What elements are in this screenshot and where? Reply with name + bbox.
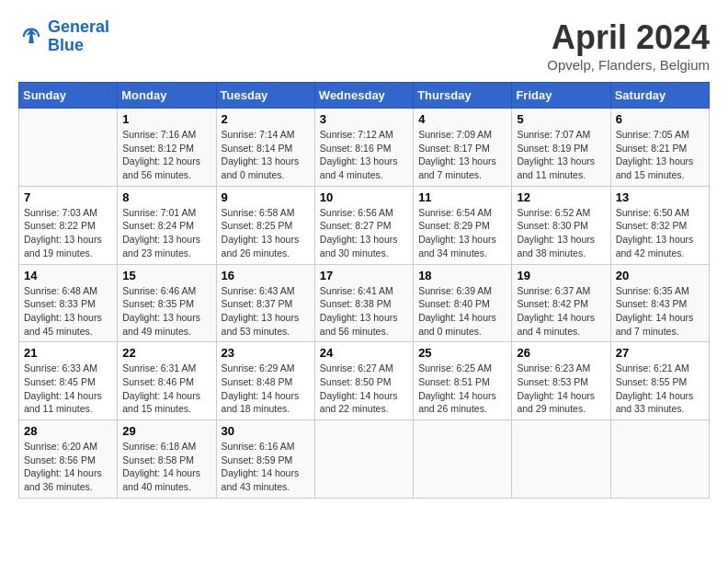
day-detail: Sunrise: 6:23 AMSunset: 8:53 PMDaylight:… — [517, 362, 605, 416]
calendar-cell: 11Sunrise: 6:54 AMSunset: 8:29 PMDayligh… — [414, 186, 512, 264]
calendar-cell — [512, 420, 610, 499]
day-detail: Sunrise: 6:27 AMSunset: 8:50 PMDaylight:… — [320, 362, 408, 416]
day-detail: Sunrise: 6:18 AMSunset: 8:58 PMDaylight:… — [122, 440, 210, 494]
calendar-cell: 8Sunrise: 7:01 AMSunset: 8:24 PMDaylight… — [118, 186, 216, 264]
day-detail: Sunrise: 7:07 AMSunset: 8:19 PMDaylight:… — [517, 128, 605, 182]
day-detail: Sunrise: 7:03 AMSunset: 8:22 PMDaylight:… — [24, 206, 112, 260]
calendar-cell: 7Sunrise: 7:03 AMSunset: 8:22 PMDaylight… — [19, 186, 118, 264]
calendar-cell: 2Sunrise: 7:14 AMSunset: 8:14 PMDaylight… — [216, 109, 314, 187]
calendar-cell: 6Sunrise: 7:05 AMSunset: 8:21 PMDaylight… — [610, 109, 709, 187]
calendar-cell: 19Sunrise: 6:37 AMSunset: 8:42 PMDayligh… — [512, 264, 610, 342]
calendar-cell: 14Sunrise: 6:48 AMSunset: 8:33 PMDayligh… — [19, 264, 118, 342]
day-detail: Sunrise: 6:52 AMSunset: 8:30 PMDaylight:… — [517, 206, 605, 260]
weekday-header: Saturday — [610, 83, 709, 109]
day-number: 6 — [616, 112, 704, 126]
weekday-header: Wednesday — [314, 83, 413, 109]
day-number: 15 — [122, 269, 210, 282]
logo-line1: General — [48, 17, 109, 36]
day-detail: Sunrise: 6:50 AMSunset: 8:32 PMDaylight:… — [616, 206, 704, 260]
day-detail: Sunrise: 6:25 AMSunset: 8:51 PMDaylight:… — [418, 362, 506, 416]
day-number: 19 — [517, 269, 605, 282]
day-number: 1 — [122, 112, 210, 126]
calendar-cell: 17Sunrise: 6:41 AMSunset: 8:38 PMDayligh… — [314, 264, 413, 342]
calendar-cell: 25Sunrise: 6:25 AMSunset: 8:51 PMDayligh… — [414, 342, 512, 420]
day-number: 12 — [517, 190, 605, 204]
day-number: 20 — [616, 269, 704, 282]
day-detail: Sunrise: 7:14 AMSunset: 8:14 PMDaylight:… — [222, 128, 310, 182]
day-number: 29 — [122, 424, 210, 438]
day-number: 13 — [616, 190, 704, 204]
logo-icon — [18, 24, 44, 50]
day-number: 23 — [222, 346, 310, 360]
calendar-week-row: 14Sunrise: 6:48 AMSunset: 8:33 PMDayligh… — [19, 264, 710, 342]
weekday-header: Thursday — [414, 83, 512, 109]
day-number: 11 — [418, 190, 506, 204]
calendar-cell: 30Sunrise: 6:16 AMSunset: 8:59 PMDayligh… — [216, 420, 314, 499]
day-detail: Sunrise: 6:35 AMSunset: 8:43 PMDaylight:… — [616, 284, 704, 339]
calendar-cell: 4Sunrise: 7:09 AMSunset: 8:17 PMDaylight… — [414, 109, 512, 187]
logo-line2: Blue — [48, 36, 84, 54]
calendar-week-row: 7Sunrise: 7:03 AMSunset: 8:22 PMDaylight… — [19, 186, 710, 264]
calendar-cell: 20Sunrise: 6:35 AMSunset: 8:43 PMDayligh… — [610, 264, 709, 342]
day-detail: Sunrise: 7:16 AMSunset: 8:12 PMDaylight:… — [122, 128, 210, 182]
calendar-cell — [314, 420, 413, 499]
weekday-header: Sunday — [19, 83, 118, 109]
calendar-cell — [610, 420, 709, 499]
weekday-header: Monday — [118, 83, 216, 109]
day-detail: Sunrise: 6:21 AMSunset: 8:55 PMDaylight:… — [616, 362, 704, 416]
calendar-cell: 13Sunrise: 6:50 AMSunset: 8:32 PMDayligh… — [610, 186, 709, 264]
day-number: 16 — [222, 269, 310, 282]
calendar-cell: 26Sunrise: 6:23 AMSunset: 8:53 PMDayligh… — [512, 342, 610, 420]
day-detail: Sunrise: 6:29 AMSunset: 8:48 PMDaylight:… — [222, 362, 310, 416]
calendar-cell: 15Sunrise: 6:46 AMSunset: 8:35 PMDayligh… — [118, 264, 216, 342]
day-detail: Sunrise: 6:20 AMSunset: 8:56 PMDaylight:… — [24, 440, 112, 494]
day-number: 17 — [320, 269, 408, 282]
weekday-header: Friday — [512, 83, 610, 109]
day-detail: Sunrise: 6:56 AMSunset: 8:27 PMDaylight:… — [320, 206, 408, 260]
calendar-week-row: 28Sunrise: 6:20 AMSunset: 8:56 PMDayligh… — [19, 420, 710, 499]
month-title: April 2024 — [547, 18, 710, 57]
calendar-cell: 27Sunrise: 6:21 AMSunset: 8:55 PMDayligh… — [610, 342, 709, 420]
location-title: Opvelp, Flanders, Belgium — [547, 57, 710, 73]
calendar-cell: 29Sunrise: 6:18 AMSunset: 8:58 PMDayligh… — [118, 420, 216, 499]
calendar-week-row: 21Sunrise: 6:33 AMSunset: 8:45 PMDayligh… — [19, 342, 710, 420]
calendar-cell: 16Sunrise: 6:43 AMSunset: 8:37 PMDayligh… — [216, 264, 314, 342]
day-detail: Sunrise: 6:41 AMSunset: 8:38 PMDaylight:… — [320, 284, 408, 339]
day-detail: Sunrise: 6:58 AMSunset: 8:25 PMDaylight:… — [222, 206, 310, 260]
calendar-cell: 12Sunrise: 6:52 AMSunset: 8:30 PMDayligh… — [512, 186, 610, 264]
day-number: 25 — [418, 346, 506, 360]
day-detail: Sunrise: 7:01 AMSunset: 8:24 PMDaylight:… — [122, 206, 210, 260]
calendar-table: SundayMondayTuesdayWednesdayThursdayFrid… — [18, 82, 710, 499]
calendar-cell: 10Sunrise: 6:56 AMSunset: 8:27 PMDayligh… — [314, 186, 413, 264]
calendar-cell: 5Sunrise: 7:07 AMSunset: 8:19 PMDaylight… — [512, 109, 610, 187]
day-number: 27 — [616, 346, 704, 360]
day-number: 10 — [320, 190, 408, 204]
calendar-cell: 9Sunrise: 6:58 AMSunset: 8:25 PMDaylight… — [216, 186, 314, 264]
day-number: 9 — [222, 190, 310, 204]
day-number: 5 — [517, 112, 605, 126]
weekday-header: Tuesday — [216, 83, 314, 109]
day-detail: Sunrise: 6:31 AMSunset: 8:46 PMDaylight:… — [122, 362, 210, 416]
day-detail: Sunrise: 6:33 AMSunset: 8:45 PMDaylight:… — [24, 362, 112, 416]
day-number: 24 — [320, 346, 408, 360]
day-detail: Sunrise: 7:12 AMSunset: 8:16 PMDaylight:… — [320, 128, 408, 182]
day-detail: Sunrise: 6:54 AMSunset: 8:29 PMDaylight:… — [418, 206, 506, 260]
calendar-cell: 22Sunrise: 6:31 AMSunset: 8:46 PMDayligh… — [118, 342, 216, 420]
day-number: 2 — [222, 112, 310, 126]
day-number: 26 — [517, 346, 605, 360]
title-area: April 2024 Opvelp, Flanders, Belgium — [547, 18, 710, 73]
calendar-cell: 21Sunrise: 6:33 AMSunset: 8:45 PMDayligh… — [19, 342, 118, 420]
day-detail: Sunrise: 7:09 AMSunset: 8:17 PMDaylight:… — [418, 128, 506, 182]
calendar-cell: 1Sunrise: 7:16 AMSunset: 8:12 PMDaylight… — [118, 109, 216, 187]
header: General Blue April 2024 Opvelp, Flanders… — [18, 18, 710, 73]
day-number: 7 — [24, 190, 112, 204]
calendar-cell — [19, 109, 118, 187]
calendar-cell: 24Sunrise: 6:27 AMSunset: 8:50 PMDayligh… — [314, 342, 413, 420]
day-detail: Sunrise: 6:37 AMSunset: 8:42 PMDaylight:… — [517, 284, 605, 339]
day-number: 8 — [122, 190, 210, 204]
day-detail: Sunrise: 6:48 AMSunset: 8:33 PMDaylight:… — [24, 284, 112, 339]
calendar-cell: 23Sunrise: 6:29 AMSunset: 8:48 PMDayligh… — [216, 342, 314, 420]
day-number: 4 — [418, 112, 506, 126]
day-number: 14 — [24, 269, 112, 282]
logo-text: General Blue — [48, 18, 109, 55]
